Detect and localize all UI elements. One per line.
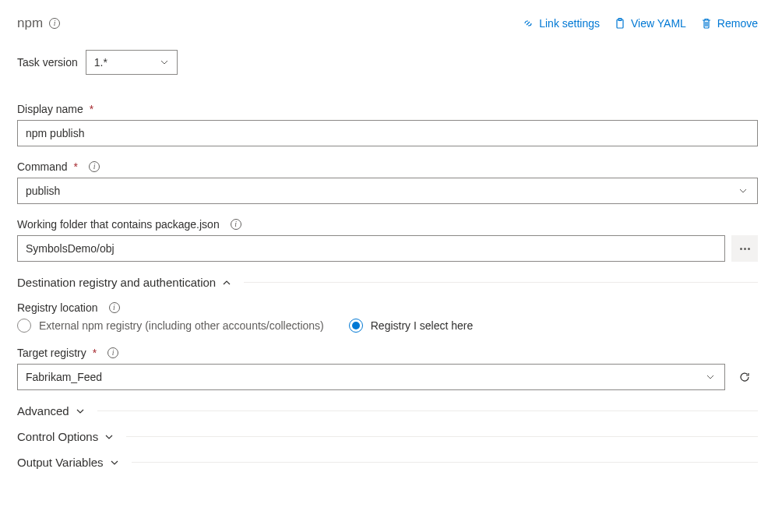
display-name-label: Display name* (17, 103, 758, 115)
control-options-label: Control Options (17, 430, 98, 443)
chevron-down-icon (110, 458, 119, 467)
info-icon[interactable]: i (89, 161, 100, 172)
chevron-down-icon (76, 407, 85, 416)
target-registry-label: Target registry* i (17, 347, 758, 359)
task-header: npm i (17, 16, 60, 31)
advanced-section-header[interactable]: Advanced (17, 404, 758, 417)
radio-external-label: External npm registry (including other a… (39, 319, 324, 332)
display-name-input[interactable] (17, 120, 758, 146)
info-icon[interactable]: i (107, 347, 118, 358)
info-icon[interactable]: i (231, 219, 241, 230)
clipboard-icon (614, 17, 626, 30)
radio-unchecked-icon (17, 319, 31, 333)
refresh-button[interactable] (731, 364, 758, 390)
header-actions: Link settings View YAML Remove (522, 17, 758, 30)
command-label: Command* i (17, 160, 758, 173)
destination-section-label: Destination registry and authentication (17, 276, 216, 289)
remove-button[interactable]: Remove (700, 17, 758, 30)
link-icon (522, 17, 534, 30)
command-select[interactable]: publish (17, 178, 758, 204)
radio-select-here[interactable]: Registry I select here (349, 319, 474, 333)
working-folder-label: Working folder that contains package.jso… (17, 218, 758, 231)
link-settings-button[interactable]: Link settings (522, 17, 600, 30)
task-version-label: Task version (17, 56, 78, 69)
view-yaml-button[interactable]: View YAML (614, 17, 686, 30)
task-version-row: Task version 1.* (17, 50, 758, 75)
task-version-select[interactable]: 1.* (86, 50, 178, 75)
info-icon[interactable]: i (109, 302, 120, 313)
task-title: npm (17, 16, 43, 31)
chevron-down-icon (104, 432, 114, 442)
radio-checked-icon (349, 319, 363, 333)
working-folder-input[interactable] (17, 235, 725, 262)
destination-section-header[interactable]: Destination registry and authentication (17, 276, 758, 289)
view-yaml-label: View YAML (631, 17, 686, 30)
trash-icon (700, 17, 713, 30)
browse-button[interactable] (731, 235, 758, 262)
target-registry-select[interactable]: Fabrikam_Feed (17, 364, 725, 390)
radio-external-registry[interactable]: External npm registry (including other a… (17, 319, 324, 333)
radio-here-label: Registry I select here (371, 319, 474, 332)
chevron-up-icon (222, 278, 231, 287)
output-variables-label: Output Variables (17, 456, 104, 469)
registry-location-label: Registry location i (17, 301, 758, 314)
control-options-section-header[interactable]: Control Options (17, 430, 758, 443)
ellipsis-icon (740, 248, 750, 250)
refresh-icon (738, 371, 751, 383)
remove-label: Remove (717, 17, 758, 30)
advanced-section-label: Advanced (17, 404, 69, 417)
output-variables-section-header[interactable]: Output Variables (17, 456, 758, 469)
info-icon[interactable]: i (49, 18, 60, 29)
link-settings-label: Link settings (539, 17, 600, 30)
